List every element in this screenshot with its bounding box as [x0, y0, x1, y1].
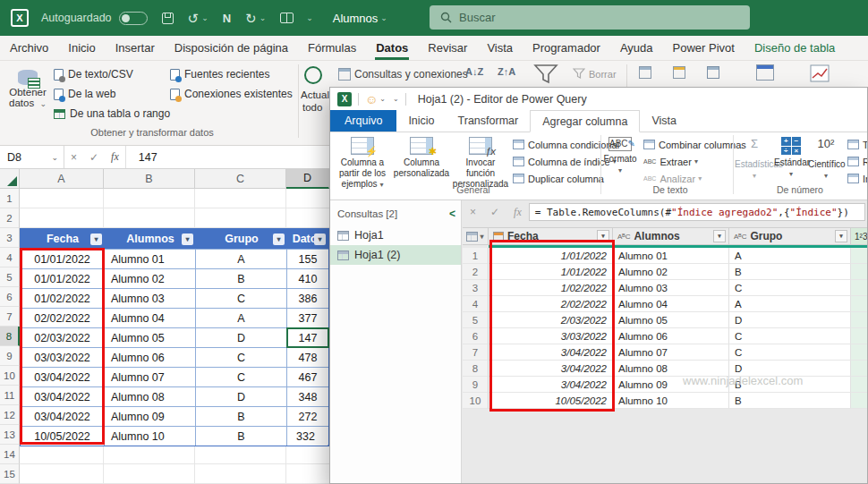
cell-grupo[interactable]: C — [196, 289, 287, 308]
pq-row-number[interactable]: 2 — [463, 264, 489, 280]
pq-filter-icon[interactable]: ▾ — [713, 230, 726, 242]
pq-cell-datos-partial[interactable] — [851, 361, 868, 377]
cell-grupo[interactable]: D — [196, 387, 287, 406]
name-box[interactable]: D8 ⌄ — [0, 146, 64, 168]
cell-alumno[interactable]: Alumno 07 — [105, 368, 196, 386]
workbook-title[interactable]: Alumnos — [333, 12, 379, 25]
pq-cell-grupo[interactable]: B — [729, 264, 851, 280]
row-header[interactable]: 8 — [0, 327, 20, 346]
column-header[interactable]: C — [195, 169, 286, 189]
row-header[interactable]: 3 — [0, 228, 20, 248]
from-table-range-button[interactable]: De una tabla o rango — [54, 107, 170, 120]
ribbon-tab[interactable]: Archivo — [0, 36, 58, 60]
row-header[interactable]: 6 — [0, 287, 20, 307]
row-header[interactable]: 13 — [0, 425, 20, 445]
information-button[interactable]: In — [847, 170, 868, 187]
pq-row-number[interactable]: 10 — [463, 393, 489, 409]
pq-cell-grupo[interactable]: A — [729, 248, 851, 264]
enter-icon[interactable]: ✓ — [83, 151, 105, 164]
pq-cell-datos-partial[interactable] — [851, 377, 868, 393]
pq-row-number[interactable]: 8 — [463, 361, 489, 377]
row-header[interactable]: 10 — [0, 366, 20, 386]
cell-grupo[interactable]: C — [196, 348, 287, 367]
ribbon-tab[interactable]: Inicio — [58, 36, 105, 60]
cell-grupo[interactable]: B — [196, 407, 287, 426]
ribbon-tab[interactable]: Fórmulas — [298, 36, 366, 60]
pq-cell-grupo[interactable]: D — [729, 312, 851, 328]
cell-datos[interactable]: 155 — [287, 250, 328, 268]
row-header[interactable]: 9 — [0, 346, 20, 366]
ribbon-tab[interactable]: Insertar — [106, 36, 165, 60]
cell-alumno[interactable]: Alumno 03 — [105, 289, 196, 308]
pq-cell-alumno[interactable]: Alumno 02 — [613, 264, 729, 280]
pq-cell-datos-partial[interactable] — [851, 280, 868, 296]
recent-sources-button[interactable]: Fuentes recientes — [170, 68, 269, 81]
cell-datos[interactable]: 348 — [287, 387, 328, 406]
more-commands-icon[interactable]: ⌄ — [306, 13, 313, 22]
row-header[interactable]: 1 — [0, 189, 20, 208]
pq-formula-input[interactable]: = Table.RemoveColumns(#"Índice agregado2… — [529, 203, 865, 221]
redo-icon[interactable]: ↻ — [245, 12, 257, 25]
cell-alumno[interactable]: Alumno 04 — [105, 309, 196, 327]
flash-fill-icon[interactable] — [673, 66, 689, 79]
scientific-button[interactable]: 10² Científico ▾ — [808, 135, 844, 187]
pq-row-number[interactable]: 9 — [463, 377, 489, 393]
search-input[interactable]: Buscar — [430, 5, 750, 30]
invoke-function-button[interactable]: ƒx Invocar función personalizada — [452, 135, 509, 187]
pq-cell-alumno[interactable]: Alumno 03 — [613, 280, 729, 296]
extract-button[interactable]: ABC Extraer ▾ — [643, 153, 698, 170]
pq-tab[interactable]: Inicio — [396, 110, 446, 132]
merge-columns-button[interactable]: Combinar columnas — [643, 136, 746, 153]
filter-dropdown-icon[interactable]: ▾ — [90, 234, 102, 245]
row-header[interactable]: 15 — [0, 464, 20, 484]
feedback-smiley-icon[interactable]: ☺ — [365, 92, 378, 106]
ribbon-tab[interactable]: Revisar — [418, 36, 477, 60]
filter-dropdown-icon[interactable]: ▾ — [273, 234, 285, 245]
clear-filter-button[interactable]: Borrar — [573, 68, 617, 80]
cell-datos[interactable]: 272 — [287, 407, 328, 426]
cell-alumno[interactable]: Alumno 08 — [105, 387, 196, 406]
row-header[interactable]: 7 — [0, 307, 20, 327]
pq-cell-grupo[interactable]: C — [729, 280, 851, 296]
undo-chevron-icon[interactable]: ⌄ — [201, 13, 208, 22]
pq-check-icon[interactable]: ✓ — [483, 206, 506, 218]
remove-duplicates-icon[interactable] — [707, 66, 723, 79]
pq-cell-alumno[interactable]: Alumno 07 — [613, 344, 729, 361]
cell-datos[interactable]: 478 — [287, 348, 328, 367]
sort-az-button[interactable]: A↓Z — [465, 66, 483, 77]
select-all-corner[interactable] — [0, 169, 20, 189]
pq-cell-grupo[interactable]: B — [729, 393, 851, 409]
pq-row-number[interactable]: 1 — [463, 248, 489, 264]
excel-table-header[interactable]: Datos ▾ — [287, 229, 328, 249]
pq-cell-datos-partial[interactable] — [851, 296, 868, 312]
pq-cell-grupo[interactable]: C — [729, 344, 851, 361]
ribbon-tab[interactable]: Programador — [523, 36, 610, 60]
what-if-analysis-icon[interactable] — [756, 64, 778, 81]
format-button[interactable]: ABC✎ Formato ▾ — [600, 135, 640, 187]
cell-datos[interactable]: 147 — [287, 328, 328, 347]
redo-chevron-icon[interactable]: ⌄ — [260, 13, 267, 22]
ribbon-tab[interactable]: Disposición de página — [165, 36, 298, 60]
pq-cell-alumno[interactable]: Alumno 06 — [613, 328, 729, 344]
formula-input[interactable]: 147 — [125, 146, 157, 168]
trigonometry-button[interactable]: Tr — [847, 136, 868, 153]
row-header[interactable]: 11 — [0, 386, 20, 405]
column-header[interactable]: B — [104, 169, 195, 189]
row-header[interactable]: 14 — [0, 445, 20, 464]
standard-button[interactable]: +−÷× Estándar ▾ — [774, 135, 808, 187]
cell-alumno[interactable]: Alumno 10 — [105, 427, 196, 446]
custom-column-button[interactable]: ✱ Columna personalizada — [393, 135, 450, 187]
pq-filter-icon[interactable]: ▾ — [835, 230, 847, 242]
cell-datos[interactable]: 410 — [287, 269, 328, 288]
pq-tab[interactable]: Vista — [640, 110, 688, 132]
cell-datos[interactable]: 386 — [287, 289, 328, 308]
cell-datos[interactable]: 332 — [287, 427, 328, 446]
insert-function-icon[interactable]: fx — [105, 150, 125, 164]
pq-row-number[interactable]: 6 — [463, 328, 489, 344]
bold-n-icon[interactable]: N — [223, 13, 231, 24]
undo-icon[interactable]: ↺ — [188, 12, 200, 25]
filter-dropdown-icon[interactable]: ▾ — [314, 234, 326, 245]
pq-cell-datos-partial[interactable] — [851, 248, 868, 264]
ribbon-tab[interactable]: Power Pivot — [663, 36, 745, 60]
pq-row-number[interactable]: 4 — [463, 296, 489, 312]
